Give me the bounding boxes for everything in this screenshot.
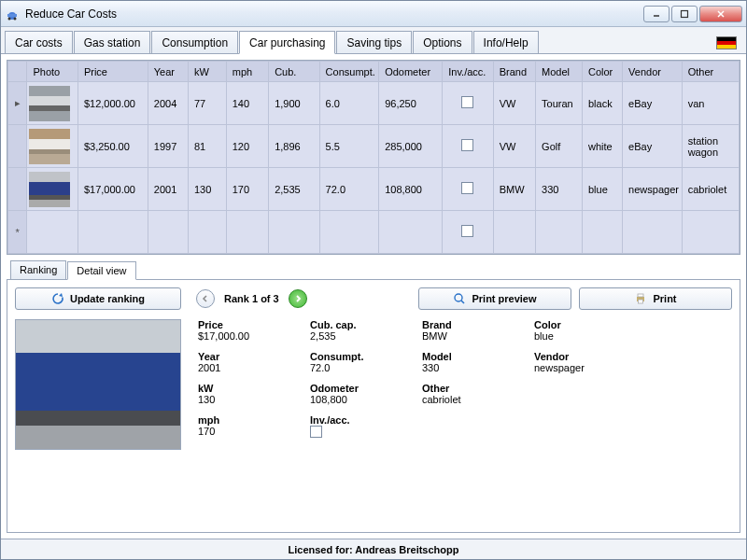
col-photo[interactable]: Photo [27, 62, 78, 82]
col-mph[interactable]: mph [226, 62, 268, 82]
cell-consumpt[interactable]: 72.0 [319, 168, 379, 211]
cell-odo[interactable]: 96,250 [379, 82, 443, 125]
col-inv[interactable]: Inv./acc. [443, 62, 493, 82]
cell-odo[interactable]: 285,000 [379, 125, 443, 168]
cell-color[interactable]: white [583, 125, 623, 168]
car-grid[interactable]: Photo Price Year kW mph Cub. Consumpt. O… [7, 60, 740, 255]
tab-info-help[interactable]: Info/Help [473, 31, 539, 53]
table-new-row[interactable]: * [8, 211, 740, 254]
cell-cub[interactable]: 1,900 [269, 82, 319, 125]
col-color[interactable]: Color [583, 62, 623, 82]
cell-year[interactable]: 1997 [148, 125, 188, 168]
cell-inv[interactable] [443, 168, 493, 211]
cell-photo[interactable] [27, 211, 78, 254]
inv-checkbox[interactable] [461, 139, 473, 151]
car-thumb-icon [29, 129, 70, 164]
col-vendor[interactable]: Vendor [623, 62, 683, 82]
update-ranking-button[interactable]: Update ranking [15, 287, 181, 310]
cell-consumpt[interactable]: 5.5 [319, 125, 379, 168]
cell-price[interactable]: $3,250.00 [78, 125, 148, 168]
cell-mph[interactable]: 120 [226, 125, 268, 168]
cell-model[interactable]: Golf [536, 125, 583, 168]
inv-checkbox[interactable] [461, 225, 473, 237]
inv-checkbox[interactable] [461, 182, 473, 194]
tab-consumption[interactable]: Consumption [151, 31, 238, 53]
table-row[interactable]: $17,000.0020011301702,53572.0108,800BMW3… [8, 168, 740, 211]
cell-mph[interactable]: 140 [226, 82, 268, 125]
cell-kw[interactable]: 81 [188, 125, 226, 168]
cell-brand[interactable]: BMW [493, 168, 535, 211]
cell-mph[interactable]: 170 [226, 168, 268, 211]
col-other[interactable]: Other [682, 62, 739, 82]
brand-label: Brand [422, 319, 506, 330]
inv-checkbox[interactable] [461, 96, 473, 108]
cub-value: 2,535 [310, 330, 394, 342]
cell-color[interactable]: black [583, 82, 623, 125]
tab-car-costs[interactable]: Car costs [5, 31, 73, 53]
print-preview-button[interactable]: Print preview [418, 287, 571, 310]
cell-year[interactable]: 2001 [148, 168, 188, 211]
rank-prev-button[interactable] [196, 289, 215, 308]
col-odometer[interactable]: Odometer [379, 62, 443, 82]
cell-year[interactable]: 2004 [148, 82, 188, 125]
cell-other[interactable]: cabriolet [682, 168, 739, 211]
status-bar: Licensed for: Andreas Breitschopp [1, 539, 746, 559]
subtab-detail-view[interactable]: Detail view [67, 261, 135, 280]
odo-label: Odometer [310, 383, 394, 394]
col-brand[interactable]: Brand [493, 62, 535, 82]
table-row[interactable]: $3,250.001997811201,8965.5285,000VWGolfw… [8, 125, 740, 168]
maximize-button[interactable] [671, 6, 698, 22]
tab-saving-tips[interactable]: Saving tips [336, 31, 412, 53]
cell-vendor[interactable]: newspager [623, 168, 683, 211]
tab-gas-station[interactable]: Gas station [74, 31, 151, 53]
cell-kw[interactable]: 77 [188, 82, 226, 125]
cell-inv[interactable] [443, 82, 493, 125]
cell-photo[interactable] [27, 168, 78, 211]
kw-label: kW [198, 383, 282, 394]
cell-price[interactable]: $12,000.00 [78, 82, 148, 125]
cell-model[interactable]: Touran [536, 82, 583, 125]
cell-photo[interactable] [27, 125, 78, 168]
cell-other[interactable]: station wagon [682, 125, 739, 168]
table-row[interactable]: ▸$12,000.002004771401,9006.096,250VWTour… [8, 82, 740, 125]
cell-cub[interactable]: 2,535 [269, 168, 319, 211]
cell-brand[interactable]: VW [493, 82, 535, 125]
cell-other[interactable]: van [682, 82, 739, 125]
tab-car-purchasing[interactable]: Car purchasing [239, 31, 335, 54]
row-header: ▸ [8, 82, 27, 125]
close-button[interactable] [699, 6, 742, 22]
cell-cub[interactable]: 1,896 [269, 125, 319, 168]
cell-brand[interactable]: VW [493, 125, 535, 168]
inv-checkbox[interactable] [310, 426, 322, 438]
magnifier-icon [453, 292, 466, 305]
cell-photo[interactable] [27, 82, 78, 125]
vendor-value: newspager [534, 362, 618, 373]
minimize-button[interactable] [643, 6, 669, 22]
col-model[interactable]: Model [536, 62, 583, 82]
col-cub[interactable]: Cub. [269, 62, 319, 82]
col-year[interactable]: Year [148, 62, 188, 82]
svg-point-2 [8, 17, 11, 20]
titlebar: Reduce Car Costs [1, 1, 746, 27]
update-ranking-label: Update ranking [70, 293, 145, 304]
rank-next-button[interactable] [289, 289, 307, 308]
color-value: blue [534, 330, 618, 342]
cell-vendor[interactable]: eBay [623, 125, 683, 168]
cell-color[interactable]: blue [583, 168, 623, 211]
cons-value: 72.0 [310, 362, 394, 373]
print-button[interactable]: Print [579, 287, 732, 310]
col-consumpt[interactable]: Consumpt. [319, 62, 379, 82]
cell-vendor[interactable]: eBay [623, 82, 683, 125]
cell-odo[interactable]: 108,800 [379, 168, 443, 211]
subtab-ranking[interactable]: Ranking [10, 260, 66, 279]
language-flag[interactable] [711, 33, 742, 53]
col-price[interactable]: Price [78, 62, 148, 82]
cell-price[interactable]: $17,000.00 [78, 168, 148, 211]
cell-consumpt[interactable]: 6.0 [319, 82, 379, 125]
cell-inv[interactable] [443, 125, 493, 168]
col-kw[interactable]: kW [188, 62, 226, 82]
cell-kw[interactable]: 130 [188, 168, 226, 211]
row-header [8, 168, 27, 211]
tab-options[interactable]: Options [413, 31, 472, 53]
cell-model[interactable]: 330 [536, 168, 583, 211]
